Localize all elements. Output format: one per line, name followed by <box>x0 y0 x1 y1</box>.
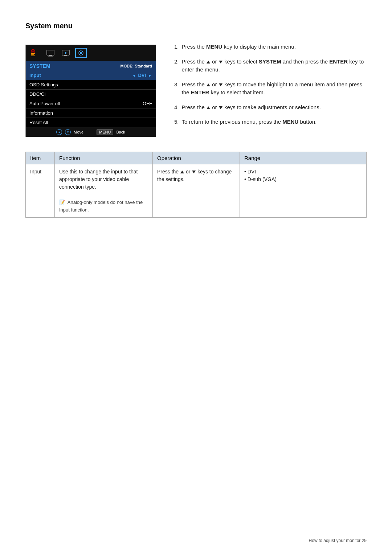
td-operation: Press the or keys to change the settings… <box>153 164 240 218</box>
osd-menu-item-reset: Reset All <box>26 118 156 127</box>
table-body: Input Use this to change the input to th… <box>26 164 367 218</box>
th-item: Item <box>26 152 55 164</box>
step-2: 2. Press the or keys to select SYSTEM an… <box>174 58 367 74</box>
step-3: 3. Press the or keys to move the highlig… <box>174 81 367 97</box>
th-range: Range <box>240 152 367 164</box>
step-1-num: 1. <box>174 43 179 51</box>
step-5-text: To return to the previous menu, press th… <box>182 118 367 126</box>
osd-menu-screenshot: SYSTEM MODE: Standard Input ◄ DVI ► OSD … <box>25 45 156 137</box>
tri-down-icon-s4 <box>219 106 222 109</box>
osd-item-label-ddc: DDC/CI <box>29 91 46 97</box>
osd-menu-item-input: Input ◄ DVI ► <box>26 71 156 80</box>
svg-rect-4 <box>31 56 35 56</box>
osd-item-value-input: ◄ DVI ► <box>132 73 152 78</box>
osd-mode-label: MODE: Standard <box>121 64 152 68</box>
info-table: Item Function Operation Range Input Use … <box>25 152 367 218</box>
step-5-num: 5. <box>174 118 179 126</box>
step-2-num: 2. <box>174 58 179 74</box>
osd-footer: ▲ ▼ Move MENU Back <box>26 127 156 137</box>
step-4: 4. Press the or keys to make adjustments… <box>174 103 367 112</box>
th-function: Function <box>55 152 153 164</box>
osd-system-label: SYSTEM <box>29 63 50 69</box>
table-row: Input Use this to change the input to th… <box>26 164 367 218</box>
svg-point-1 <box>32 50 34 52</box>
td-range: • DVI• D-sub (VGA) <box>240 164 367 218</box>
svg-rect-9 <box>64 55 67 56</box>
svg-rect-6 <box>49 55 52 56</box>
osd-move-label: Move <box>74 130 83 134</box>
th-operation: Operation <box>153 152 240 164</box>
svg-rect-7 <box>48 56 53 57</box>
tri-down-icon-s3 <box>219 83 222 86</box>
tri-up-icon-s4 <box>207 106 210 109</box>
osd-icon-settings <box>29 48 41 58</box>
step-3-num: 3. <box>174 81 179 97</box>
osd-menu-item-osd: OSD Settings <box>26 80 156 90</box>
step-4-num: 4. <box>174 103 179 112</box>
svg-point-12 <box>80 52 82 54</box>
tri-up-icon-s2 <box>207 61 210 63</box>
osd-menu-item-ddc: DDC/CI <box>26 90 156 99</box>
table-head: Item Function Operation Range <box>26 152 367 164</box>
steps-ol: 1. Press the MENU key to display the mai… <box>174 43 367 126</box>
top-section: SYSTEM MODE: Standard Input ◄ DVI ► OSD … <box>25 41 367 137</box>
note-text: Analog-only models do not have the Input… <box>59 200 143 213</box>
step-1: 1. Press the MENU key to display the mai… <box>174 43 367 51</box>
osd-item-label-reset: Reset All <box>29 120 48 125</box>
osd-menu-btn: MENU <box>97 129 113 135</box>
osd-item-value-autopower: OFF <box>143 101 152 106</box>
step-3-text: Press the or keys to move the highlight … <box>182 81 367 97</box>
svg-rect-2 <box>31 53 35 54</box>
osd-down-circle: ▼ <box>65 129 71 135</box>
step-4-text: Press the or keys to make adjustments or… <box>182 103 367 112</box>
osd-system-header: SYSTEM MODE: Standard <box>26 61 156 71</box>
osd-icon-display <box>45 48 56 58</box>
svg-marker-10 <box>65 52 67 54</box>
tri-down-icon-table <box>192 171 196 173</box>
step-1-text: Press the MENU key to display the main m… <box>182 43 367 51</box>
osd-icon-input <box>60 48 72 58</box>
osd-item-label-info: Information <box>29 110 53 116</box>
step-2-text: Press the or keys to select SYSTEM and t… <box>182 58 367 74</box>
page-footer: How to adjust your monitor 29 <box>309 538 367 543</box>
steps-list: 1. Press the MENU key to display the mai… <box>174 41 367 133</box>
tri-down-icon-s2 <box>219 61 222 63</box>
step-5: 5. To return to the previous menu, press… <box>174 118 367 126</box>
table-header-row: Item Function Operation Range <box>26 152 367 164</box>
osd-item-label-input: Input <box>29 73 41 78</box>
tri-up-icon-s3 <box>207 83 210 86</box>
osd-icon-system <box>75 48 87 58</box>
td-item: Input <box>26 164 55 218</box>
page-title: System menu <box>25 22 367 30</box>
osd-item-label-autopower: Auto Power off <box>29 101 60 106</box>
svg-rect-3 <box>31 54 34 55</box>
svg-rect-5 <box>47 50 54 55</box>
osd-menu-item-autopower: Auto Power off OFF <box>26 99 156 108</box>
td-function: Use this to change the input to that app… <box>55 164 153 218</box>
osd-up-circle: ▲ <box>56 129 62 135</box>
osd-menu-item-info: Information <box>26 108 156 118</box>
note-icon: 📝 <box>59 200 65 205</box>
osd-icons-row <box>26 45 156 61</box>
tri-up-icon-table <box>180 171 184 173</box>
osd-back-label: Back <box>116 130 125 134</box>
osd-item-label-osd: OSD Settings <box>29 82 58 87</box>
